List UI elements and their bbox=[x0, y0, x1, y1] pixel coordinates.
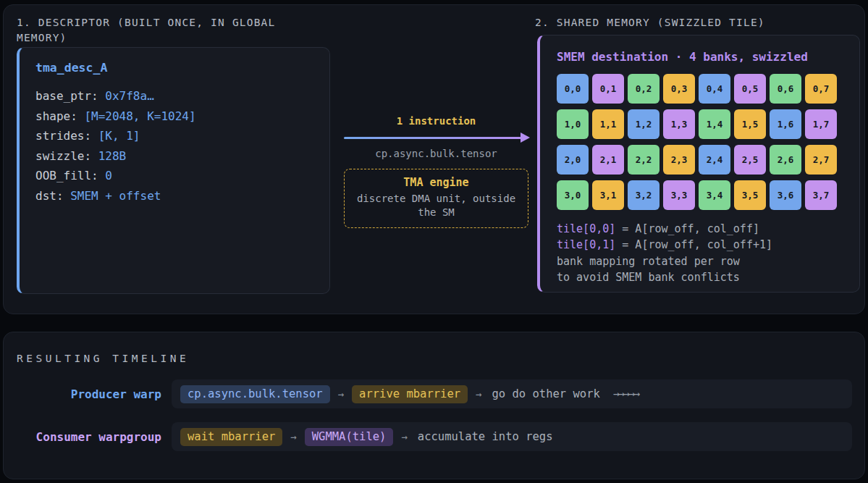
descriptor-fields: base_ptr: 0x7f8a…shape: [M=2048, K=1024]… bbox=[35, 86, 313, 206]
arrow-head-icon bbox=[521, 133, 530, 143]
descriptor-card-title: tma_desc_A bbox=[35, 61, 313, 75]
smem-grid-cell: 3,4 bbox=[699, 180, 730, 210]
arrow-icon: → bbox=[290, 431, 296, 442]
timeline-text: go do other work bbox=[492, 387, 600, 400]
smem-grid-cell: 3,2 bbox=[628, 180, 660, 210]
descriptor-field-line: base_ptr: 0x7f8a… bbox=[35, 86, 313, 106]
smem-grid-cell: 3,5 bbox=[734, 180, 766, 210]
instruction-arrow bbox=[344, 133, 528, 143]
note-text: to avoid SMEM bank conflicts bbox=[557, 271, 740, 284]
smem-tile-grid: 0,00,10,20,30,40,50,60,71,01,11,21,31,41… bbox=[557, 74, 843, 210]
smem-grid-cell: 1,3 bbox=[663, 109, 695, 139]
instruction-code: cp.async.bulk.tensor bbox=[344, 148, 528, 159]
timeline-panel: RESULTING TIMELINE Producer warpcp.async… bbox=[3, 332, 865, 479]
smem-grid-cell: 0,5 bbox=[734, 74, 766, 104]
note-text: = A[row_off, col_off+1] bbox=[615, 238, 772, 251]
smem-grid-cell: 3,6 bbox=[770, 180, 801, 210]
timeline-row: Producer warpcp.async.bulk.tensor→arrive… bbox=[17, 379, 852, 408]
field-value: 128B bbox=[98, 149, 127, 163]
arrow-icon: → bbox=[401, 431, 407, 442]
smem-grid-cell: 0,1 bbox=[592, 74, 624, 104]
smem-grid-cell: 0,4 bbox=[699, 74, 730, 104]
smem-grid-cell: 2,2 bbox=[628, 145, 660, 175]
field-label: OOB_fill: bbox=[35, 169, 105, 182]
smem-section-heading: 2. SHARED MEMORY (SWIZZLED TILE) bbox=[535, 15, 861, 30]
descriptor-field-line: strides: [K, 1] bbox=[35, 126, 313, 146]
smem-grid-cell: 0,7 bbox=[805, 74, 837, 104]
field-label: shape: bbox=[35, 109, 84, 123]
timeline-badge: WGMMA(tile) bbox=[305, 428, 394, 446]
smem-grid-cell: 2,3 bbox=[663, 145, 695, 175]
tma-engine-box: TMA engine discrete DMA unit, outside th… bbox=[344, 169, 528, 228]
smem-grid-cell: 2,5 bbox=[734, 145, 766, 175]
smem-grid-cell: 1,4 bbox=[699, 109, 730, 139]
smem-grid-cell: 2,1 bbox=[592, 145, 624, 175]
smem-grid-cell: 3,3 bbox=[663, 180, 695, 210]
note-prefix: tile[0,0] bbox=[557, 222, 615, 235]
timeline-heading: RESULTING TIMELINE bbox=[17, 351, 189, 366]
smem-grid-cell: 1,0 bbox=[557, 109, 589, 139]
timeline-badge: wait mbarrier bbox=[180, 428, 282, 446]
smem-grid-cell: 2,4 bbox=[699, 145, 730, 175]
smem-grid-cell: 2,7 bbox=[805, 145, 837, 175]
field-label: dst: bbox=[35, 189, 70, 203]
descriptor-field-line: swizzle: 128B bbox=[35, 146, 313, 167]
smem-note-line: bank mapping rotated per row bbox=[557, 253, 843, 269]
smem-grid-cell: 1,7 bbox=[805, 109, 837, 139]
smem-grid-cell: 3,7 bbox=[805, 180, 837, 210]
field-value: 0 bbox=[105, 169, 112, 182]
note-prefix: tile[0,1] bbox=[557, 238, 615, 251]
timeline-text: accumulate into regs bbox=[418, 430, 553, 443]
smem-grid-cell: 0,6 bbox=[770, 74, 801, 104]
smem-note-line: to avoid SMEM bank conflicts bbox=[557, 269, 843, 285]
smem-notes: tile[0,0] = A[row_off, col_off]tile[0,1]… bbox=[557, 221, 843, 286]
smem-grid-cell: 2,6 bbox=[770, 145, 801, 175]
arrow-icon: → bbox=[338, 388, 344, 400]
field-label: swizzle: bbox=[35, 149, 98, 163]
smem-grid-cell: 1,2 bbox=[628, 109, 660, 139]
smem-note-line: tile[0,1] = A[row_off, col_off+1] bbox=[557, 237, 843, 253]
descriptor-field-line: dst: SMEM + offset bbox=[35, 186, 313, 206]
field-value: SMEM + offset bbox=[70, 189, 161, 203]
smem-grid-cell: 3,0 bbox=[557, 180, 589, 210]
note-text: bank mapping rotated per row bbox=[557, 255, 740, 268]
descriptor-field-line: shape: [M=2048, K=1024] bbox=[35, 106, 313, 127]
smem-note-line: tile[0,0] = A[row_off, col_off] bbox=[557, 221, 843, 237]
arrow-icon: → bbox=[476, 388, 481, 400]
descriptor-field-line: OOB_fill: 0 bbox=[35, 166, 313, 186]
smem-grid-cell: 1,6 bbox=[770, 109, 801, 139]
instruction-count-label: 1 instruction bbox=[344, 115, 528, 127]
smem-grid-cell: 0,3 bbox=[663, 74, 695, 104]
smem-card-title: SMEM destination · 4 banks, swizzled bbox=[557, 50, 843, 64]
timeline-badge: cp.async.bulk.tensor bbox=[180, 385, 330, 403]
smem-card: SMEM destination · 4 banks, swizzled 0,0… bbox=[537, 35, 860, 293]
smem-grid-cell: 0,2 bbox=[628, 74, 660, 104]
arrow-shaft bbox=[344, 137, 521, 139]
descriptor-section-heading: 1. DESCRIPTOR (BUILT ONCE, IN GLOBAL MEM… bbox=[17, 15, 321, 46]
smem-grid-cell: 0,0 bbox=[557, 74, 589, 104]
tma-engine-title: TMA engine bbox=[352, 176, 521, 189]
field-value: [K, 1] bbox=[98, 129, 140, 143]
descriptor-card: tma_desc_A base_ptr: 0x7f8a…shape: [M=20… bbox=[17, 47, 330, 294]
continuation-arrows-icon: →→→→→ bbox=[613, 387, 639, 400]
field-label: base_ptr: bbox=[35, 89, 105, 103]
smem-grid-cell: 2,0 bbox=[557, 145, 589, 175]
smem-grid-cell: 1,5 bbox=[734, 109, 766, 139]
field-value: [M=2048, K=1024] bbox=[84, 109, 195, 123]
timeline-row: Consumer warpgroupwait mbarrier→WGMMA(ti… bbox=[17, 422, 852, 451]
timeline-row-label: Producer warp bbox=[17, 387, 161, 401]
smem-grid-cell: 3,1 bbox=[592, 180, 624, 210]
top-panel: 1. DESCRIPTOR (BUILT ONCE, IN GLOBAL MEM… bbox=[3, 4, 865, 314]
tma-engine-description: discrete DMA unit, outside the SM bbox=[352, 192, 521, 219]
timeline-track: cp.async.bulk.tensor→arrive mbarrier→go … bbox=[172, 379, 852, 408]
timeline-row-label: Consumer warpgroup bbox=[17, 430, 161, 444]
timeline-track: wait mbarrier→WGMMA(tile)→accumulate int… bbox=[172, 422, 852, 451]
field-label: strides: bbox=[35, 129, 98, 143]
instruction-flow: 1 instruction cp.async.bulk.tensor TMA e… bbox=[344, 115, 528, 228]
smem-grid-cell: 1,1 bbox=[592, 109, 624, 139]
note-text: = A[row_off, col_off] bbox=[615, 222, 759, 235]
timeline-badge: arrive mbarrier bbox=[352, 385, 468, 403]
field-value: 0x7f8a… bbox=[105, 89, 153, 103]
